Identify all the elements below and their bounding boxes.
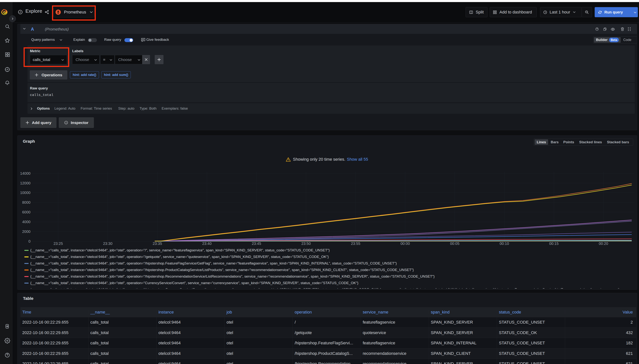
svg-text:23:50: 23:50 <box>301 242 311 246</box>
svg-text:23:45: 23:45 <box>252 242 261 246</box>
svg-text:00:10: 00:10 <box>500 242 509 246</box>
svg-text:00:05: 00:05 <box>450 242 460 246</box>
svg-text:00:15: 00:15 <box>549 242 558 246</box>
svg-text:0: 0 <box>28 239 30 243</box>
svg-text:4000: 4000 <box>22 220 31 224</box>
svg-text:10000: 10000 <box>20 190 30 195</box>
svg-text:14000: 14000 <box>20 171 30 176</box>
svg-text:12000: 12000 <box>20 181 30 185</box>
svg-text:00:00: 00:00 <box>400 242 410 246</box>
svg-text:23:30: 23:30 <box>103 242 112 246</box>
svg-text:6000: 6000 <box>22 210 31 214</box>
svg-text:8000: 8000 <box>22 200 31 204</box>
svg-text:23:25: 23:25 <box>54 242 63 246</box>
svg-text:23:35: 23:35 <box>153 242 162 246</box>
svg-text:23:55: 23:55 <box>351 242 360 246</box>
svg-text:23:40: 23:40 <box>202 242 212 246</box>
svg-text:00:20: 00:20 <box>599 242 608 246</box>
svg-text:2000: 2000 <box>22 230 31 234</box>
